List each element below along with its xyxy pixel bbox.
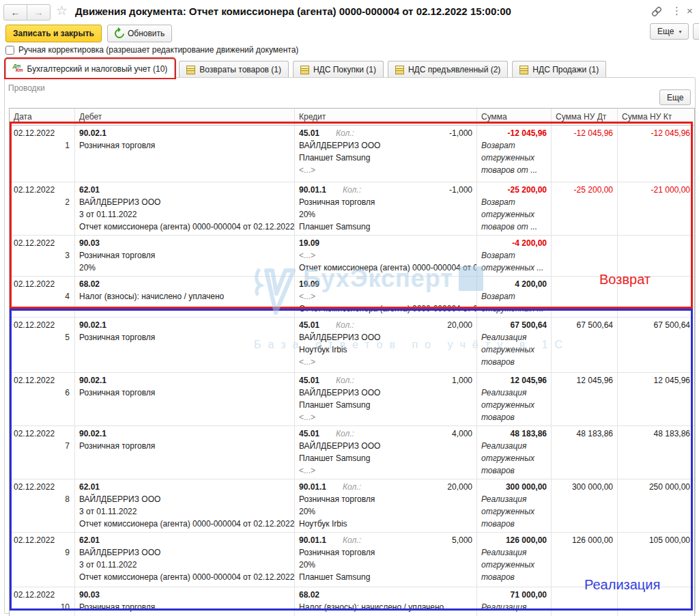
favorite-star-icon[interactable]: ☆ — [56, 3, 68, 18]
credit-account-line: 68.02 — [299, 589, 472, 601]
credit-subconto: ВАЙЛДБЕРРИЗ ООО — [299, 139, 472, 152]
manual-adjustment-checkbox[interactable] — [5, 46, 14, 55]
help-button[interactable]: ? — [693, 23, 699, 40]
table-row[interactable]: 02.12.20221090.03Розничная торговля20%68… — [10, 587, 694, 616]
tab-2[interactable]: Возвраты товаров (1) — [179, 61, 289, 78]
save-and-close-button[interactable]: Записать и закрыть — [5, 25, 102, 42]
debit-subconto: Отчет комиссионера (агента) 0000-000004 … — [79, 518, 290, 530]
posting-date: 02.12.2022 — [14, 278, 70, 290]
qty-label: Кол.: — [343, 534, 361, 546]
credit-cell: 45.01Кол.:20,000ВАЙЛДБЕРРИЗ ОООНоутбук I… — [294, 318, 476, 372]
tab-3[interactable]: НДС Покупки (1) — [293, 61, 384, 78]
debit-subconto: 3 от 01.11.2022 — [79, 505, 290, 518]
close-icon[interactable]: × — [687, 5, 693, 16]
credit-cell: 19.09<...>Отчет комиссионера (агента) 00… — [294, 236, 476, 276]
debit-cell: 62.01ВАЙЛДБЕРРИЗ ООО3 от 01.11.2022Отчет… — [74, 182, 294, 235]
posting-comment: Реализация — [481, 601, 547, 613]
qty-label: Кол.: — [336, 374, 354, 387]
table-row[interactable]: 02.12.2022862.01ВАЙЛДБЕРРИЗ ООО3 от 01.1… — [10, 479, 694, 533]
qty-value: 20,000 — [447, 319, 472, 331]
panel-title: Проводки — [8, 83, 45, 93]
postings-table: ДатаДебетКредитСуммаСумма НУ ДтСумма НУ … — [9, 108, 695, 616]
sum-cell: 126 000,00Реализацияотгруженныхтоваров — [476, 533, 551, 587]
credit-cell: 90.01.1Кол.:5,000Розничная торговля20%Пл… — [294, 533, 476, 587]
sum-amount: -25 200,00 — [481, 184, 547, 196]
debit-subconto: ВАЙЛДБЕРРИЗ ООО — [79, 493, 290, 505]
posting-comment: Возврат — [481, 196, 547, 208]
table-row[interactable]: 02.12.2022962.01ВАЙЛДБЕРРИЗ ООО3 от 01.1… — [10, 533, 694, 587]
save-and-close-label: Записать и закрыть — [13, 29, 94, 38]
nu-kt-amount: 250 000,00 — [617, 479, 694, 532]
nu-dt-amount — [551, 236, 617, 276]
posting-comment: товаров — [481, 464, 547, 477]
tab-1[interactable]: ДтКтБухгалтерский и налоговый учет (10) — [5, 59, 175, 78]
table-row[interactable]: 02.12.2022390.03Розничная торговля20%19.… — [10, 236, 694, 277]
credit-account: 68.02 — [299, 589, 319, 601]
debit-subconto: Розничная торговля — [79, 440, 290, 452]
more-button-top[interactable]: Еще ▾ — [650, 23, 689, 40]
date-cell: 02.12.20227 — [10, 426, 74, 479]
posting-number: 9 — [14, 546, 70, 559]
credit-subconto: Налог (взносы): начислено / уплачено — [299, 601, 472, 613]
posting-number: 7 — [14, 440, 70, 452]
debit-cell: 90.02.1Розничная торговля — [74, 126, 294, 182]
nav-button-group: ← → — [3, 4, 51, 20]
nu-kt-amount: 12 045,96 — [617, 373, 694, 425]
debit-subconto: Отчет комиссионера (агента) 0000-000004 … — [79, 571, 290, 583]
credit-subconto: <...> — [299, 356, 472, 368]
debit-subconto: ВАЙЛДБЕРРИЗ ООО — [79, 196, 290, 208]
link-icon[interactable] — [651, 6, 663, 19]
kebab-menu-icon[interactable]: ⋮ — [672, 5, 682, 17]
posting-date: 02.12.2022 — [14, 481, 70, 493]
credit-subconto: Ноутбук Irbis — [299, 518, 472, 530]
credit-account-line: 19.09 — [299, 278, 472, 290]
back-button[interactable]: ← — [4, 5, 27, 20]
credit-account: 19.09 — [299, 278, 319, 290]
sum-amount: 67 500,64 — [481, 319, 547, 331]
credit-cell: 45.01Кол.:-1,000ВАЙЛДБЕРРИЗ ОООПланшет S… — [294, 126, 476, 182]
date-cell: 02.12.20229 — [10, 533, 74, 587]
credit-subconto: ВАЙЛДБЕРРИЗ ООО — [299, 387, 472, 399]
tab-5[interactable]: НДС Продажи (1) — [512, 61, 606, 78]
sum-amount: -12 045,96 — [481, 127, 547, 139]
sum-cell: 67 500,64Реализацияотгруженныхтоваров — [476, 318, 551, 372]
table-more-button[interactable]: Еще — [659, 89, 691, 105]
table-row[interactable]: 02.12.2022590.02.1Розничная торговля45.0… — [10, 318, 694, 373]
credit-subconto: Планшет Samsung — [299, 452, 472, 464]
sum-cell: 300 000,00Реализацияотгруженныхтоваров — [476, 479, 551, 532]
nu-kt-amount: 48 183,86 — [617, 426, 694, 479]
tab-label: НДС Покупки (1) — [313, 65, 376, 74]
table-row[interactable]: 02.12.2022262.01ВАЙЛДБЕРРИЗ ООО3 от 01.1… — [10, 182, 694, 236]
date-cell: 02.12.20228 — [10, 479, 74, 532]
nu-kt-amount: 67 500,64 — [617, 318, 694, 372]
tab-4[interactable]: НДС предъявленный (2) — [388, 61, 508, 78]
posting-comment: товаров от ... — [481, 221, 547, 233]
credit-account-line: 45.01Кол.:1,000 — [299, 374, 472, 387]
nu-kt-amount — [617, 587, 694, 616]
table-row[interactable]: 02.12.2022190.02.1Розничная торговля45.0… — [10, 126, 694, 182]
credit-account: 19.09 — [299, 237, 319, 249]
nu-dt-amount — [551, 587, 617, 616]
table-row[interactable]: 02.12.2022790.02.1Розничная торговля45.0… — [10, 426, 694, 479]
forward-button[interactable]: → — [27, 5, 50, 20]
debit-cell: 90.03Розничная торговля20% — [74, 587, 294, 616]
sum-amount: 126 000,00 — [481, 534, 547, 546]
debit-cell: 62.01ВАЙЛДБЕРРИЗ ООО3 от 01.11.2022Отчет… — [74, 533, 294, 587]
table-icon — [300, 66, 309, 74]
nu-dt-amount: -25 200,00 — [551, 182, 617, 235]
credit-cell: 45.01Кол.:4,000ВАЙЛДБЕРРИЗ ОООПланшет Sa… — [294, 426, 476, 479]
posting-number: 4 — [14, 290, 70, 303]
refresh-button[interactable]: Обновить — [107, 25, 172, 42]
posting-comment: отгруженных — [481, 152, 547, 164]
table-icon — [519, 66, 528, 74]
credit-subconto: 20% — [299, 559, 472, 571]
debit-subconto: Отчет комиссионера (агента) 0000-000004 … — [79, 221, 290, 233]
posting-number: 6 — [14, 387, 70, 399]
page-title: Движения документа: Отчет комиссионера (… — [75, 5, 511, 17]
table-row[interactable]: 02.12.2022468.02Налог (взносы): начислен… — [10, 277, 694, 318]
posting-comment: товаров от ... — [481, 164, 547, 176]
table-row[interactable]: 02.12.2022690.02.1Розничная торговля45.0… — [10, 373, 694, 426]
debit-account: 90.02.1 — [79, 127, 290, 139]
credit-cell: 45.01Кол.:1,000ВАЙЛДБЕРРИЗ ОООПланшет Sa… — [294, 373, 476, 425]
qty-label: Кол.: — [336, 127, 354, 139]
